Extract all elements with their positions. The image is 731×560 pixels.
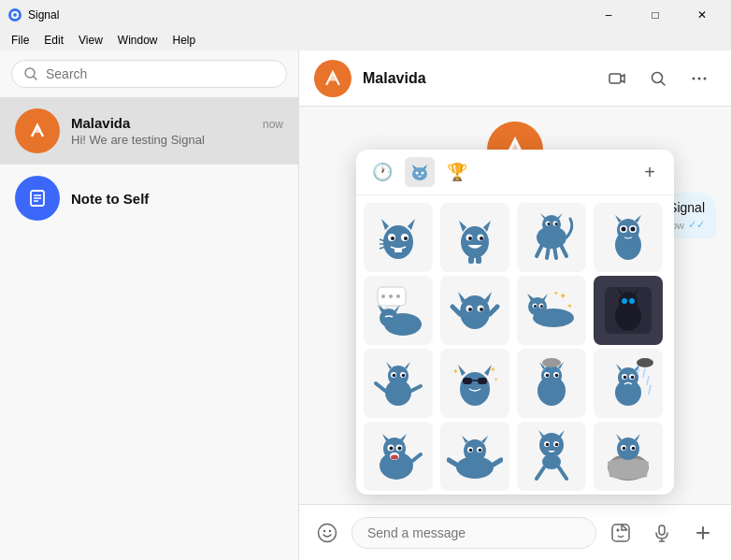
svg-point-61 xyxy=(480,308,483,311)
sticker-4[interactable] xyxy=(594,203,663,272)
svg-point-144 xyxy=(632,447,636,451)
conversation-item-malavida[interactable]: Malavida now Hi! We are testing Signal xyxy=(0,97,298,165)
svg-point-99 xyxy=(542,358,561,367)
conversation-item-note[interactable]: Note to Self xyxy=(0,165,298,232)
svg-line-122 xyxy=(411,454,421,462)
svg-text:✦: ✦ xyxy=(490,366,496,374)
video-call-button[interactable] xyxy=(600,62,634,95)
svg-point-108 xyxy=(631,376,635,380)
sticker-tab-trophy[interactable]: 🏆 xyxy=(442,157,472,187)
note-icon xyxy=(26,187,49,209)
svg-point-54 xyxy=(396,294,400,298)
voice-button[interactable] xyxy=(645,516,679,550)
more-options-button[interactable] xyxy=(682,62,716,95)
svg-point-107 xyxy=(624,376,627,380)
cat-tab-icon xyxy=(409,162,430,182)
svg-rect-174 xyxy=(612,524,629,541)
sticker-7-img: ✦ ✦ ✦ xyxy=(523,282,580,338)
sticker-3[interactable] xyxy=(517,203,586,272)
svg-point-97 xyxy=(546,374,550,378)
svg-point-13 xyxy=(693,77,695,79)
svg-point-11 xyxy=(652,72,663,82)
svg-point-135 xyxy=(555,443,559,447)
sticker-6[interactable] xyxy=(440,276,509,345)
message-read-icon: ✓✓ xyxy=(688,219,705,231)
avatar-malavida xyxy=(15,108,60,153)
sticker-11[interactable] xyxy=(517,349,586,418)
sticker-add-button[interactable]: + xyxy=(637,159,663,185)
signal-app-icon xyxy=(7,7,22,22)
search-icon xyxy=(23,66,38,81)
svg-rect-34 xyxy=(476,256,481,264)
svg-point-18 xyxy=(422,172,424,175)
sticker-13[interactable] xyxy=(364,422,433,491)
svg-text:✦: ✦ xyxy=(559,291,566,301)
sticker-7[interactable]: ✦ ✦ ✦ xyxy=(517,276,586,345)
sticker-16-img xyxy=(600,428,656,484)
conv-time-malavida: now xyxy=(263,118,283,131)
svg-point-2 xyxy=(13,13,17,17)
svg-point-82 xyxy=(393,374,396,378)
sticker-9[interactable] xyxy=(364,349,433,418)
svg-line-27 xyxy=(380,247,385,249)
menu-file[interactable]: File xyxy=(4,32,36,49)
svg-rect-87 xyxy=(463,378,472,384)
svg-point-17 xyxy=(416,172,419,175)
svg-line-110 xyxy=(643,368,645,378)
avatar-note xyxy=(15,176,60,221)
sticker-12[interactable] xyxy=(594,349,663,418)
sticker-tab-cat[interactable] xyxy=(405,157,435,187)
menu-window[interactable]: Window xyxy=(110,32,165,49)
video-call-icon xyxy=(608,69,626,88)
search-wrapper[interactable] xyxy=(11,60,287,88)
close-button[interactable]: ✕ xyxy=(681,1,724,29)
chat-input-bar xyxy=(299,504,731,560)
svg-line-42 xyxy=(547,247,549,258)
sticker-11-img xyxy=(523,355,580,411)
minimize-button[interactable]: – xyxy=(587,1,630,29)
chat-header-name: Malavida xyxy=(363,70,589,87)
maximize-button[interactable]: □ xyxy=(634,1,677,29)
conv-preview-malavida: Hi! We are testing Signal xyxy=(71,133,283,147)
sticker-1[interactable] xyxy=(364,203,433,272)
conv-name-note: Note to Self xyxy=(71,191,149,207)
sticker-2-img xyxy=(447,209,503,266)
sticker-12-img xyxy=(600,355,656,411)
sticker-5-img xyxy=(370,282,426,338)
svg-point-52 xyxy=(381,294,385,298)
svg-rect-24 xyxy=(394,249,402,252)
svg-text:✦: ✦ xyxy=(566,302,573,310)
sticker-10[interactable]: ✦ ✦ ✦ xyxy=(440,349,509,418)
sticker-5[interactable] xyxy=(364,276,433,345)
menu-help[interactable]: Help xyxy=(165,32,204,49)
svg-line-63 xyxy=(490,307,497,314)
sticker-14[interactable] xyxy=(440,422,509,491)
add-attachment-button[interactable] xyxy=(686,516,720,550)
svg-point-119 xyxy=(398,447,402,451)
sticker-grid: ✦ ✦ ✦ xyxy=(356,195,674,495)
menu-view[interactable]: View xyxy=(71,32,110,49)
sticker-2[interactable] xyxy=(440,203,509,272)
menu-edit[interactable]: Edit xyxy=(36,32,71,49)
svg-line-12 xyxy=(662,81,666,85)
sticker-16[interactable] xyxy=(594,422,663,491)
svg-line-137 xyxy=(537,467,544,479)
svg-point-22 xyxy=(391,237,394,240)
emoji-icon xyxy=(317,523,337,543)
search-input[interactable] xyxy=(46,66,275,81)
message-input[interactable] xyxy=(351,517,596,549)
sticker-button[interactable] xyxy=(604,516,638,550)
sticker-tab-recent[interactable]: 🕐 xyxy=(367,157,397,187)
svg-text:✦: ✦ xyxy=(553,290,559,296)
search-chat-button[interactable] xyxy=(641,62,675,95)
svg-point-128 xyxy=(479,449,482,452)
conv-info-note: Note to Self xyxy=(71,191,283,207)
conv-top-note: Note to Self xyxy=(71,191,283,207)
sticker-14-img xyxy=(447,428,503,484)
sticker-15[interactable] xyxy=(517,422,586,491)
sticker-8[interactable] xyxy=(594,276,663,345)
svg-point-86 xyxy=(460,372,490,406)
emoji-button[interactable] xyxy=(310,516,344,550)
svg-point-53 xyxy=(389,294,393,298)
search-bar xyxy=(0,50,298,97)
